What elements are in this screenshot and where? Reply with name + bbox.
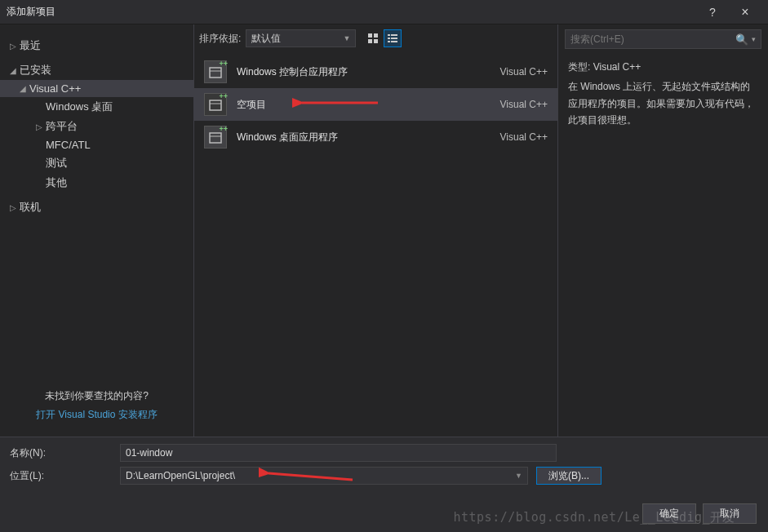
svg-rect-5 [391, 34, 397, 36]
svg-rect-3 [374, 39, 378, 43]
tree-item-8[interactable]: ▷联机 [0, 197, 193, 217]
svg-rect-1 [374, 33, 378, 38]
tree-arrow-icon: ◢ [10, 66, 20, 75]
type-label: 类型: [568, 61, 590, 73]
toolbar: 排序依据: 默认值 ▼ [194, 24, 557, 52]
tree-item-0[interactable]: ▷最近 [0, 36, 193, 55]
template-icon: ++ [204, 126, 227, 149]
template-lang: Visual C++ [500, 131, 548, 143]
svg-rect-10 [210, 68, 221, 78]
svg-rect-7 [391, 38, 397, 39]
name-row: 名称(N): [10, 444, 758, 462]
location-dropdown[interactable]: D:\LearnOpenGL\project\ ▼ [120, 467, 528, 485]
category-tree: ▷最近◢已安装◢Visual C++Windows 桌面▷跨平台MFC/ATL测… [0, 31, 193, 389]
template-icon: ++ [204, 60, 227, 83]
tree-item-label: Windows 桌面 [46, 100, 113, 114]
svg-rect-4 [388, 34, 390, 36]
right-pane: 🔍 ▾ 类型: Visual C++ 在 Windows 上运行、无起始文件或结… [558, 24, 768, 437]
tree-arrow-icon: ▷ [10, 42, 20, 51]
description-text: 在 Windows 上运行、无起始文件或结构的应用程序的项目。如果需要加入现有代… [568, 78, 758, 128]
tree-arrow-icon: ◢ [20, 84, 29, 93]
main-area: ▷最近◢已安装◢Visual C++Windows 桌面▷跨平台MFC/ATL测… [0, 24, 768, 437]
dialog-buttons: 确定 取消 [642, 503, 757, 524]
template-name: Windows 控制台应用程序 [237, 65, 500, 79]
tree-item-6[interactable]: 测试 [0, 153, 193, 173]
sidebar: ▷最近◢已安装◢Visual C++Windows 桌面▷跨平台MFC/ATL测… [0, 24, 194, 437]
location-row: 位置(L): D:\LearnOpenGL\project\ ▼ 浏览(B)..… [10, 467, 758, 485]
template-name: 空项目 [237, 98, 500, 112]
type-line: 类型: Visual C++ [568, 59, 758, 75]
not-found-text: 未找到你要查找的内容? [16, 389, 177, 403]
cancel-button[interactable]: 取消 [703, 503, 757, 524]
description-panel: 类型: Visual C++ 在 Windows 上运行、无起始文件或结构的应用… [565, 49, 761, 139]
svg-rect-8 [388, 41, 390, 42]
svg-rect-14 [210, 133, 221, 143]
tree-arrow-icon: ▷ [36, 122, 46, 131]
tree-item-5[interactable]: MFC/ATL [0, 136, 193, 153]
tree-item-label: 联机 [20, 200, 41, 215]
template-item-1[interactable]: ++ 空项目 Visual C++ [194, 88, 557, 121]
tree-item-1[interactable]: ◢已安装 [0, 60, 193, 80]
template-lang: Visual C++ [500, 66, 548, 78]
view-mode-buttons [364, 29, 402, 47]
template-item-0[interactable]: ++ Windows 控制台应用程序 Visual C++ [194, 55, 557, 88]
svg-rect-12 [210, 100, 221, 110]
tree-arrow-icon: ▷ [10, 203, 20, 212]
tree-item-label: 已安装 [20, 63, 51, 78]
svg-rect-2 [368, 39, 372, 43]
template-lang: Visual C++ [500, 99, 548, 110]
tree-item-4[interactable]: ▷跨平台 [0, 117, 193, 136]
browse-button[interactable]: 浏览(B)... [536, 467, 602, 485]
location-value: D:\LearnOpenGL\project\ [126, 470, 235, 481]
template-icon: ++ [204, 93, 227, 116]
tree-item-label: 测试 [46, 156, 67, 171]
search-caret-icon: ▾ [752, 35, 756, 43]
location-label: 位置(L): [10, 469, 120, 483]
ok-button[interactable]: 确定 [642, 503, 696, 524]
svg-rect-6 [388, 38, 390, 39]
grid-icon [367, 33, 379, 44]
name-label: 名称(N): [10, 446, 120, 460]
tree-item-label: MFC/ATL [46, 139, 91, 151]
svg-rect-9 [391, 41, 397, 42]
tree-item-label: 其他 [46, 175, 67, 190]
type-value: Visual C++ [593, 61, 641, 73]
template-item-2[interactable]: ++ Windows 桌面应用程序 Visual C++ [194, 121, 557, 153]
sort-value: 默认值 [251, 32, 281, 46]
titlebar: 添加新项目 ? × [0, 0, 768, 24]
center-pane: 排序依据: 默认值 ▼ ++ Windows 控制台应用程序 Visual C+… [194, 24, 558, 437]
tree-item-label: 跨平台 [46, 119, 78, 134]
sort-label: 排序依据: [199, 32, 241, 46]
list-icon [387, 33, 398, 44]
search-input[interactable] [570, 33, 735, 45]
search-icon: 🔍 [735, 33, 748, 46]
dropdown-caret-icon: ▼ [515, 472, 522, 480]
name-input[interactable] [120, 444, 557, 462]
close-button[interactable]: × [729, 5, 761, 20]
search-box[interactable]: 🔍 ▾ [565, 29, 761, 49]
view-grid-button[interactable] [364, 29, 382, 47]
dropdown-caret-icon: ▼ [343, 34, 350, 42]
help-button[interactable]: ? [696, 6, 729, 19]
svg-rect-0 [368, 33, 372, 38]
bottom-form: 名称(N): 位置(L): D:\LearnOpenGL\project\ ▼ … [0, 437, 768, 485]
window-title: 添加新项目 [7, 5, 696, 19]
tree-item-label: Visual C++ [29, 82, 81, 95]
view-list-button[interactable] [384, 29, 402, 47]
sort-dropdown[interactable]: 默认值 ▼ [246, 29, 356, 47]
tree-item-2[interactable]: ◢Visual C++ [0, 80, 193, 97]
open-installer-link[interactable]: 打开 Visual Studio 安装程序 [16, 408, 177, 422]
tree-item-label: 最近 [20, 38, 41, 53]
template-name: Windows 桌面应用程序 [237, 131, 500, 144]
tree-item-7[interactable]: 其他 [0, 173, 193, 193]
tree-item-3[interactable]: Windows 桌面 [0, 97, 193, 117]
sidebar-footer: 未找到你要查找的内容? 打开 Visual Studio 安装程序 [0, 389, 193, 430]
template-list: ++ Windows 控制台应用程序 Visual C++ ++ 空项目 Vis… [194, 52, 557, 157]
